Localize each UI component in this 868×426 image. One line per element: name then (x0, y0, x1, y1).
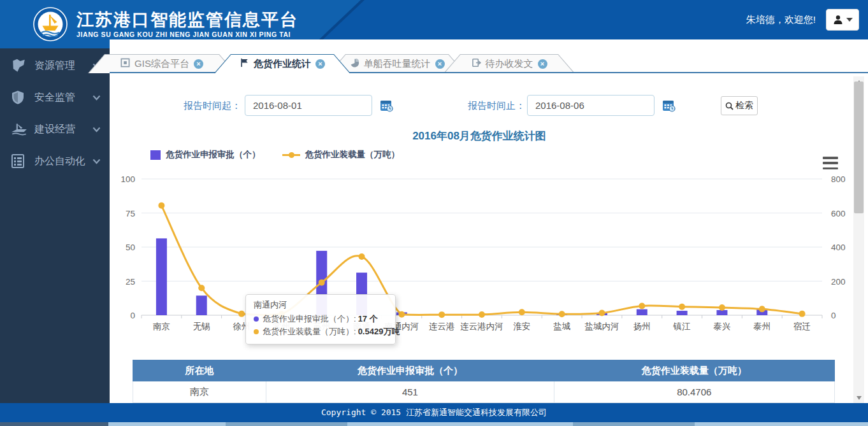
tab-close-icon[interactable]: × (435, 59, 445, 69)
tab-dangerous-cargo-stats[interactable]: 危货作业统计× (214, 54, 351, 73)
tab-pending-documents[interactable]: 待办收发文× (444, 54, 575, 73)
app-logo (33, 7, 68, 41)
x-axis-label: 宿迁 (793, 322, 811, 331)
calendar-icon[interactable] (662, 99, 676, 112)
sidebar-item-construction[interactable]: 建设经营 (0, 113, 110, 145)
user-icon (833, 15, 843, 25)
start-date-input[interactable] (245, 100, 380, 111)
line-point-泰州[interactable] (759, 306, 765, 312)
table-header-cell: 危货作业申报审批（个） (266, 360, 554, 381)
tab-label: 危货作业统计 (254, 58, 311, 70)
sidebar-item-office-automation[interactable]: 办公自动化 (0, 145, 110, 177)
line-point-南京[interactable] (158, 202, 164, 209)
x-axis-label: 连云港 (429, 322, 455, 331)
bar-无锡[interactable] (196, 295, 207, 315)
legend-item[interactable]: 危货作业申报审批（个） (150, 149, 261, 160)
sidebar-item-label: 资源管理 (34, 59, 92, 73)
left-axis-tick: 100 (120, 174, 135, 184)
tab-ship-throughput-stats[interactable]: 单船吞吐量统计× (329, 54, 465, 73)
search-button-label: 检索 (735, 100, 753, 111)
line-point-连云港内河[interactable] (479, 311, 485, 318)
scroll-down-arrow[interactable] (853, 392, 864, 403)
app-subtitle: JIANG SU GANG KOU ZHI NENG JIAN GUAN XIN… (76, 31, 298, 38)
tab-close-icon[interactable]: × (538, 59, 547, 69)
end-date-picker[interactable] (527, 95, 655, 116)
bar-镇江[interactable] (677, 311, 688, 315)
line-point-盐城[interactable] (559, 311, 565, 317)
legend-label: 危货作业装载量（万吨） (305, 149, 400, 160)
right-axis-tick: 200 (831, 277, 846, 287)
chart-legend: 危货作业申报审批（个）危货作业装载量（万吨） (150, 149, 400, 160)
line-point-苏州[interactable] (319, 280, 325, 286)
legend-bar-swatch (150, 150, 161, 160)
right-axis-tick: 600 (831, 209, 846, 218)
line-point-宿迁[interactable] (799, 311, 806, 317)
taskbar-strip (0, 422, 868, 426)
tooltip-series-dot (254, 316, 259, 322)
line-point-扬州[interactable] (639, 302, 645, 309)
line-point-泰兴[interactable] (719, 304, 725, 311)
gis-icon (120, 58, 130, 70)
right-axis-tick: 800 (831, 174, 846, 184)
app-title: 江苏港口智能监管信息平台 (76, 10, 298, 29)
tab-close-icon[interactable]: × (315, 59, 325, 69)
scrollbar[interactable] (853, 76, 864, 403)
tab-close-icon[interactable]: × (194, 59, 203, 69)
calendar-icon[interactable] (380, 99, 393, 112)
line-point-南通内河[interactable] (398, 311, 405, 318)
map-icon (10, 57, 29, 75)
chart-menu-icon[interactable] (823, 157, 838, 169)
bar-泰兴[interactable] (716, 310, 727, 315)
line-point-盐城内河[interactable] (598, 310, 605, 316)
tab-label: GIS综合平台 (134, 58, 189, 70)
x-axis-label: 连云港内河 (460, 322, 503, 331)
chevron-down-icon (92, 95, 101, 101)
bar-南京[interactable] (156, 238, 167, 315)
table-row: 南京45180.4706 (133, 381, 835, 403)
tab-gis-platform[interactable]: GIS综合平台× (88, 54, 236, 73)
line-point-无锡[interactable] (198, 285, 205, 291)
chevron-down-icon (92, 127, 101, 132)
legend-item[interactable]: 危货作业装载量（万吨） (282, 149, 400, 160)
line-point-南通[interactable] (359, 253, 365, 260)
sidebar-item-label: 建设经营 (34, 123, 92, 136)
sidebar-item-safety[interactable]: 安全监管 (0, 82, 110, 113)
line-point-连云港[interactable] (438, 311, 445, 318)
x-axis-label: 淮安 (513, 322, 530, 331)
x-axis-label: 镇江 (673, 322, 691, 331)
sidebar-item-resources[interactable]: 资源管理 (0, 50, 110, 82)
x-axis-label: 泰州 (753, 322, 770, 331)
chevron-down-icon (846, 18, 853, 22)
doc-icon (472, 58, 481, 70)
start-date-picker[interactable] (245, 95, 372, 116)
chart-title: 2016年08月危货作业统计图 (110, 129, 849, 143)
main-content: GIS综合平台×危货作业统计×单船吞吐量统计×待办收发文× 报告时间起： 报告时… (110, 39, 868, 403)
tooltip-row: 危货作业申报审批（个）:17 个 (254, 313, 387, 325)
legend-label: 危货作业申报审批（个） (166, 149, 261, 160)
table-cell: 451 (266, 381, 554, 403)
tooltip-label: 危货作业申报审批（个）: (263, 313, 356, 325)
pie-icon (350, 58, 359, 70)
sidebar-item-label: 安全监管 (34, 91, 92, 104)
line-point-淮安[interactable] (519, 309, 525, 315)
x-axis-label: 泰兴 (713, 322, 730, 331)
end-date-input[interactable] (528, 100, 662, 111)
table-header-cell: 危货作业装载量（万吨） (554, 360, 834, 381)
search-button[interactable]: 检索 (721, 96, 758, 115)
line-point-徐州[interactable] (238, 311, 245, 317)
x-axis-label: 盐城 (553, 322, 571, 331)
sidebar: 资源管理安全监管建设经营办公自动化 (0, 48, 110, 403)
bar-扬州[interactable] (637, 309, 647, 315)
line-point-镇江[interactable] (679, 304, 685, 310)
tab-bar: GIS综合平台×危货作业统计×单船吞吐量统计×待办收发文× (110, 54, 868, 73)
tooltip-row: 危货作业装载量（万吨）:0.5429万吨 (254, 325, 387, 338)
left-axis-tick: 75 (126, 209, 135, 218)
end-date-label: 报告时间止： (468, 100, 525, 112)
tooltip-value: 0.5429万吨 (358, 325, 400, 338)
table-header-cell: 所在地 (133, 360, 266, 381)
user-menu-button[interactable] (826, 9, 859, 31)
x-axis-label: 盐城内河 (584, 322, 619, 331)
tooltip-series-dot (254, 329, 259, 334)
scrollbar-thumb[interactable] (854, 82, 864, 213)
chart-tooltip: 南通内河 危货作业申报审批（个）:17 个危货作业装载量（万吨）:0.5429万… (245, 294, 396, 344)
